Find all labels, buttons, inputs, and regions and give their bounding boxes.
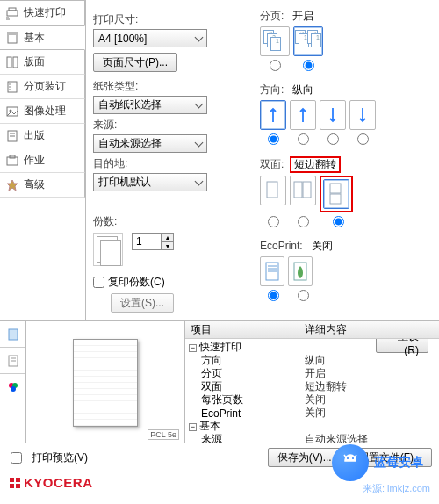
spin-down-button[interactable]: ▼ — [162, 241, 174, 250]
dropdown-value: 自动纸张选择 — [98, 97, 162, 112]
paper-type-dropdown[interactable]: 自动纸张选择 — [93, 96, 207, 114]
svg-rect-4 — [7, 57, 11, 68]
copies-spinner[interactable]: ▲ ▼ — [132, 233, 174, 250]
destination-dropdown[interactable]: 打印机默认 — [93, 173, 207, 191]
single-page-icon — [265, 180, 281, 201]
collate-on-option[interactable]: 21 21 — [293, 26, 323, 56]
orient-radio-3[interactable] — [327, 133, 339, 145]
svg-rect-5 — [13, 57, 18, 68]
svg-point-40 — [352, 457, 354, 459]
detail-col-item: 项目 — [185, 322, 299, 337]
source-label: 来源: — [93, 118, 251, 133]
svg-marker-17 — [7, 180, 18, 191]
layout-icon — [5, 55, 19, 69]
arrow-up-icon — [268, 106, 278, 124]
table-row[interactable]: 每张页数关闭 — [185, 393, 439, 407]
duplex-radio-long[interactable] — [298, 216, 309, 227]
dropdown-value: 自动来源选择 — [98, 136, 162, 151]
printer-fast-icon — [5, 6, 19, 20]
watermark-text: 蓝莓安卓 — [374, 455, 423, 471]
copies-input[interactable] — [132, 233, 162, 250]
orient-radio-4[interactable] — [357, 133, 369, 145]
orient-radio-2[interactable] — [298, 133, 309, 145]
collate-off-option[interactable]: 321 — [260, 26, 290, 56]
copy-count-label: 复印份数(C) — [108, 275, 165, 290]
collate-value: 开启 — [292, 10, 313, 22]
destination-label: 目的地: — [93, 156, 251, 171]
copy-count-checkbox[interactable] — [93, 277, 104, 288]
orient-portrait-option[interactable] — [260, 100, 286, 130]
duplex-value-highlight: 短边翻转 — [290, 156, 341, 173]
tab-basic[interactable]: 基本 — [0, 25, 85, 50]
orient-landscape-option[interactable] — [290, 100, 316, 130]
tab-label: 出版 — [24, 128, 45, 143]
settings-sidebar: 快速打印 基本 版面 分页装订 图像处理 出版 作业 高级 — [0, 0, 86, 320]
kyocera-emblem-icon — [9, 477, 21, 489]
page-preview: PCL 5e — [26, 321, 184, 443]
ecoprint-value: 关闭 — [312, 240, 333, 252]
table-row[interactable]: 来源自动来源选择 — [185, 433, 439, 443]
table-row[interactable]: 方向纵向 — [185, 354, 439, 367]
publish-icon — [5, 129, 19, 143]
svg-rect-28 — [9, 329, 18, 340]
tab-publish[interactable]: 出版 — [0, 124, 85, 148]
svg-rect-37 — [10, 484, 14, 488]
collate-on-radio[interactable] — [303, 60, 314, 71]
spin-up-button[interactable]: ▲ — [162, 233, 174, 241]
tab-quick-print[interactable]: 快速打印 — [0, 1, 85, 25]
collate-off-radio[interactable] — [270, 60, 281, 71]
svg-rect-36 — [16, 478, 20, 482]
copies-label: 份数: — [93, 214, 251, 229]
paper-preview-graphic — [73, 339, 138, 427]
svg-point-39 — [347, 457, 349, 459]
svg-rect-1 — [9, 8, 16, 11]
duplex-label: 双面: — [260, 158, 284, 170]
eco-off-option[interactable] — [260, 256, 284, 286]
chevron-down-icon — [195, 138, 204, 147]
orient-landscape-flip-option[interactable] — [349, 100, 376, 130]
source-dropdown[interactable]: 自动来源选择 — [93, 134, 207, 153]
chevron-down-icon — [195, 32, 204, 41]
color-icon — [6, 380, 20, 394]
duplex-off-option[interactable] — [260, 176, 286, 205]
collate-label: 分页: — [260, 10, 284, 22]
binding-icon — [5, 80, 19, 94]
print-size-label: 打印尺寸: — [93, 12, 251, 27]
thumb-tab-page[interactable] — [0, 321, 25, 348]
duplex-short-option[interactable] — [323, 179, 349, 209]
android-icon — [340, 452, 361, 473]
print-preview-checkbox[interactable] — [11, 452, 22, 464]
thumb-tab-color[interactable] — [0, 374, 25, 400]
settings-detail-table: 项目 详细内容 −快速打印方向纵向分页开启双面短边翻转每张页数关闭EcoPrin… — [184, 321, 439, 443]
tab-job[interactable]: 作业 — [0, 148, 85, 173]
svg-point-34 — [11, 386, 16, 392]
brand-text: KYOCERA — [24, 475, 93, 490]
summary-panel: PCL 5e 项目 详细内容 −快速打印方向纵向分页开启双面短边翻转每张页数关闭… — [0, 320, 439, 443]
book-long-icon — [293, 180, 313, 201]
tab-layout[interactable]: 版面 — [0, 50, 85, 75]
eco-on-option[interactable] — [288, 256, 313, 286]
page-size-button[interactable]: 页面尺寸(P)... — [93, 53, 177, 72]
save-as-button[interactable]: 保存为(V)... — [268, 448, 342, 467]
thumb-tab-text[interactable] — [0, 348, 25, 374]
print-size-dropdown[interactable]: A4 [100%] — [93, 29, 207, 47]
chevron-down-icon — [195, 176, 204, 185]
duplex-long-option[interactable] — [290, 176, 316, 205]
table-row[interactable]: 分页开启 — [185, 367, 439, 380]
orient-portrait-flip-option[interactable] — [320, 100, 346, 130]
tab-advanced[interactable]: 高级 — [0, 173, 85, 198]
eco-radio-on[interactable] — [298, 290, 309, 301]
dropdown-value: 打印机默认 — [98, 175, 151, 190]
orient-radio-1[interactable] — [268, 133, 279, 145]
tab-finishing[interactable]: 分页装订 — [0, 75, 85, 99]
image-icon — [5, 104, 19, 119]
tab-image[interactable]: 图像处理 — [0, 99, 85, 124]
duplex-radio-off[interactable] — [268, 216, 279, 227]
table-row[interactable]: 双面短边翻转 — [185, 380, 439, 393]
tab-label: 快速打印 — [24, 5, 66, 20]
eco-radio-off[interactable] — [268, 290, 279, 301]
svg-rect-35 — [10, 478, 14, 482]
svg-point-9 — [9, 89, 11, 90]
table-row[interactable]: EcoPrint关闭 — [185, 407, 439, 420]
duplex-radio-short[interactable] — [333, 216, 344, 227]
